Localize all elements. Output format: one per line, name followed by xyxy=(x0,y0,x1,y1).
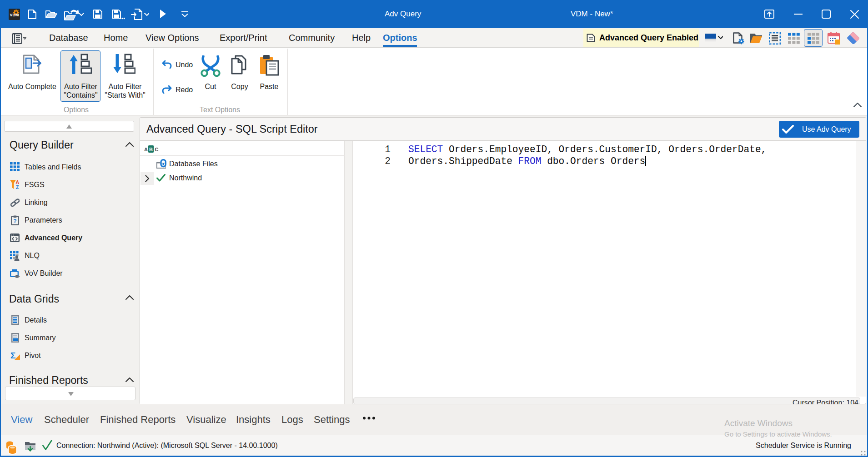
svg-text:?: ? xyxy=(13,218,16,224)
svg-text:B: B xyxy=(149,147,153,152)
svg-text:C: C xyxy=(155,147,159,152)
svg-text:Σ: Σ xyxy=(10,351,15,360)
svg-text:VDM: VDM xyxy=(10,13,19,17)
svg-text:Z: Z xyxy=(16,184,19,189)
svg-text:A: A xyxy=(144,147,148,152)
